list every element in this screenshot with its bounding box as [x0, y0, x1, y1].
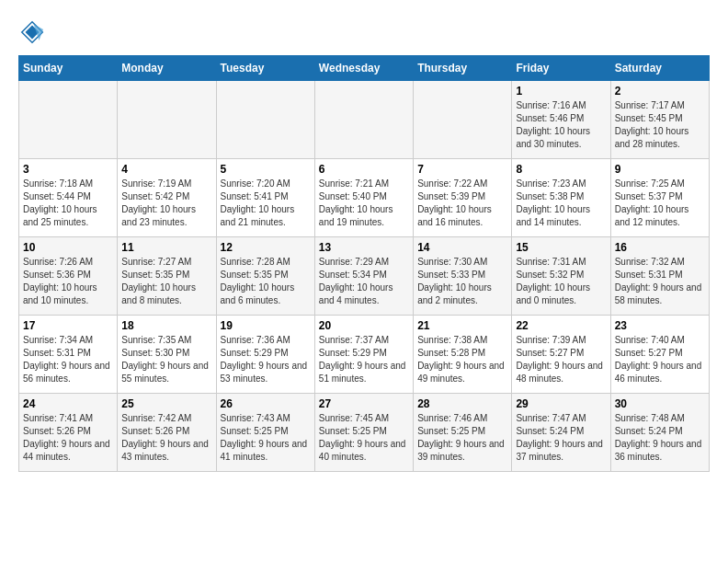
- day-info: Sunrise: 7:46 AM Sunset: 5:25 PM Dayligh…: [417, 412, 507, 464]
- day-number: 20: [319, 319, 409, 332]
- calendar-cell: 21Sunrise: 7:38 AM Sunset: 5:28 PM Dayli…: [414, 316, 512, 394]
- day-info: Sunrise: 7:27 AM Sunset: 5:35 PM Dayligh…: [121, 256, 211, 307]
- day-number: 2: [615, 85, 705, 98]
- calendar-cell: 2Sunrise: 7:17 AM Sunset: 5:45 PM Daylig…: [610, 81, 709, 159]
- day-info: Sunrise: 7:29 AM Sunset: 5:34 PM Dayligh…: [319, 256, 409, 307]
- day-number: 25: [121, 397, 211, 410]
- day-number: 9: [615, 163, 705, 176]
- day-info: Sunrise: 7:30 AM Sunset: 5:33 PM Dayligh…: [417, 256, 507, 307]
- day-number: 27: [319, 397, 409, 410]
- day-number: 21: [417, 319, 507, 332]
- calendar-cell: 16Sunrise: 7:32 AM Sunset: 5:31 PM Dayli…: [610, 237, 709, 316]
- header-sunday: Sunday: [19, 56, 118, 81]
- day-number: 19: [221, 319, 311, 332]
- calendar-cell: 17Sunrise: 7:34 AM Sunset: 5:31 PM Dayli…: [19, 316, 118, 394]
- calendar-cell: 5Sunrise: 7:20 AM Sunset: 5:41 PM Daylig…: [216, 159, 314, 237]
- day-number: 4: [121, 163, 211, 176]
- page-header: [18, 18, 710, 46]
- calendar-cell: 6Sunrise: 7:21 AM Sunset: 5:40 PM Daylig…: [314, 159, 413, 237]
- calendar-cell: [216, 81, 314, 159]
- day-info: Sunrise: 7:48 AM Sunset: 5:24 PM Dayligh…: [615, 412, 705, 464]
- calendar-cell: 28Sunrise: 7:46 AM Sunset: 5:25 PM Dayli…: [414, 394, 512, 472]
- day-number: 7: [417, 163, 507, 176]
- calendar-week-3: 10Sunrise: 7:26 AM Sunset: 5:36 PM Dayli…: [19, 237, 710, 316]
- day-info: Sunrise: 7:47 AM Sunset: 5:24 PM Dayligh…: [516, 412, 606, 464]
- day-info: Sunrise: 7:21 AM Sunset: 5:40 PM Dayligh…: [319, 178, 409, 229]
- header-tuesday: Tuesday: [216, 56, 314, 81]
- calendar-cell: 4Sunrise: 7:19 AM Sunset: 5:42 PM Daylig…: [118, 159, 216, 237]
- calendar-cell: 23Sunrise: 7:40 AM Sunset: 5:27 PM Dayli…: [610, 316, 709, 394]
- logo: [18, 18, 50, 46]
- day-number: 12: [221, 241, 311, 254]
- day-info: Sunrise: 7:42 AM Sunset: 5:26 PM Dayligh…: [121, 412, 211, 464]
- calendar-cell: 7Sunrise: 7:22 AM Sunset: 5:39 PM Daylig…: [414, 159, 512, 237]
- calendar-cell: 3Sunrise: 7:18 AM Sunset: 5:44 PM Daylig…: [19, 159, 118, 237]
- day-number: 1: [516, 85, 606, 98]
- calendar-cell: 26Sunrise: 7:43 AM Sunset: 5:25 PM Dayli…: [216, 394, 314, 472]
- calendar-cell: 14Sunrise: 7:30 AM Sunset: 5:33 PM Dayli…: [414, 237, 512, 316]
- day-info: Sunrise: 7:17 AM Sunset: 5:45 PM Dayligh…: [615, 99, 705, 151]
- day-number: 13: [319, 241, 409, 254]
- day-info: Sunrise: 7:35 AM Sunset: 5:30 PM Dayligh…: [121, 334, 211, 385]
- day-info: Sunrise: 7:19 AM Sunset: 5:42 PM Dayligh…: [121, 178, 211, 229]
- day-info: Sunrise: 7:37 AM Sunset: 5:29 PM Dayligh…: [319, 334, 409, 385]
- day-number: 17: [23, 319, 113, 332]
- calendar-cell: [19, 81, 118, 159]
- header-friday: Friday: [512, 56, 610, 81]
- day-info: Sunrise: 7:38 AM Sunset: 5:28 PM Dayligh…: [417, 334, 507, 385]
- calendar-table: SundayMondayTuesdayWednesdayThursdayFrid…: [18, 55, 710, 472]
- calendar-cell: 19Sunrise: 7:36 AM Sunset: 5:29 PM Dayli…: [216, 316, 314, 394]
- calendar-cell: 25Sunrise: 7:42 AM Sunset: 5:26 PM Dayli…: [118, 394, 216, 472]
- day-number: 14: [417, 241, 507, 254]
- day-number: 29: [516, 397, 606, 410]
- calendar-week-4: 17Sunrise: 7:34 AM Sunset: 5:31 PM Dayli…: [19, 316, 710, 394]
- calendar-cell: 15Sunrise: 7:31 AM Sunset: 5:32 PM Dayli…: [512, 237, 610, 316]
- calendar-header-row: SundayMondayTuesdayWednesdayThursdayFrid…: [19, 56, 710, 81]
- header-saturday: Saturday: [610, 56, 709, 81]
- calendar-cell: 22Sunrise: 7:39 AM Sunset: 5:27 PM Dayli…: [512, 316, 610, 394]
- day-number: 8: [516, 163, 606, 176]
- day-info: Sunrise: 7:28 AM Sunset: 5:35 PM Dayligh…: [221, 256, 311, 307]
- day-number: 23: [615, 319, 705, 332]
- calendar-week-5: 24Sunrise: 7:41 AM Sunset: 5:26 PM Dayli…: [19, 394, 710, 472]
- calendar-cell: 18Sunrise: 7:35 AM Sunset: 5:30 PM Dayli…: [118, 316, 216, 394]
- day-info: Sunrise: 7:36 AM Sunset: 5:29 PM Dayligh…: [221, 334, 311, 385]
- day-number: 24: [23, 397, 113, 410]
- day-number: 3: [23, 163, 113, 176]
- day-number: 11: [121, 241, 211, 254]
- day-info: Sunrise: 7:26 AM Sunset: 5:36 PM Dayligh…: [23, 256, 113, 307]
- calendar-week-2: 3Sunrise: 7:18 AM Sunset: 5:44 PM Daylig…: [19, 159, 710, 237]
- calendar-cell: 20Sunrise: 7:37 AM Sunset: 5:29 PM Dayli…: [314, 316, 413, 394]
- day-number: 28: [417, 397, 507, 410]
- day-number: 18: [121, 319, 211, 332]
- calendar-cell: 30Sunrise: 7:48 AM Sunset: 5:24 PM Dayli…: [610, 394, 709, 472]
- day-info: Sunrise: 7:34 AM Sunset: 5:31 PM Dayligh…: [23, 334, 113, 385]
- header-thursday: Thursday: [414, 56, 512, 81]
- calendar-cell: 10Sunrise: 7:26 AM Sunset: 5:36 PM Dayli…: [19, 237, 118, 316]
- day-number: 16: [615, 241, 705, 254]
- day-info: Sunrise: 7:20 AM Sunset: 5:41 PM Dayligh…: [221, 178, 311, 229]
- day-number: 10: [23, 241, 113, 254]
- day-info: Sunrise: 7:45 AM Sunset: 5:25 PM Dayligh…: [319, 412, 409, 464]
- calendar-cell: 8Sunrise: 7:23 AM Sunset: 5:38 PM Daylig…: [512, 159, 610, 237]
- day-info: Sunrise: 7:31 AM Sunset: 5:32 PM Dayligh…: [516, 256, 606, 307]
- day-info: Sunrise: 7:43 AM Sunset: 5:25 PM Dayligh…: [221, 412, 311, 464]
- calendar-cell: 13Sunrise: 7:29 AM Sunset: 5:34 PM Dayli…: [314, 237, 413, 316]
- day-info: Sunrise: 7:22 AM Sunset: 5:39 PM Dayligh…: [417, 178, 507, 229]
- day-number: 22: [516, 319, 606, 332]
- logo-icon: [18, 18, 46, 46]
- day-info: Sunrise: 7:16 AM Sunset: 5:46 PM Dayligh…: [516, 99, 606, 151]
- calendar-cell: [118, 81, 216, 159]
- day-number: 15: [516, 241, 606, 254]
- header-monday: Monday: [118, 56, 216, 81]
- calendar-cell: 9Sunrise: 7:25 AM Sunset: 5:37 PM Daylig…: [610, 159, 709, 237]
- header-wednesday: Wednesday: [314, 56, 413, 81]
- calendar-cell: 24Sunrise: 7:41 AM Sunset: 5:26 PM Dayli…: [19, 394, 118, 472]
- day-number: 6: [319, 163, 409, 176]
- day-info: Sunrise: 7:25 AM Sunset: 5:37 PM Dayligh…: [615, 178, 705, 229]
- calendar-cell: 29Sunrise: 7:47 AM Sunset: 5:24 PM Dayli…: [512, 394, 610, 472]
- day-info: Sunrise: 7:18 AM Sunset: 5:44 PM Dayligh…: [23, 178, 113, 229]
- day-info: Sunrise: 7:23 AM Sunset: 5:38 PM Dayligh…: [516, 178, 606, 229]
- calendar-cell: 1Sunrise: 7:16 AM Sunset: 5:46 PM Daylig…: [512, 81, 610, 159]
- day-info: Sunrise: 7:32 AM Sunset: 5:31 PM Dayligh…: [615, 256, 705, 307]
